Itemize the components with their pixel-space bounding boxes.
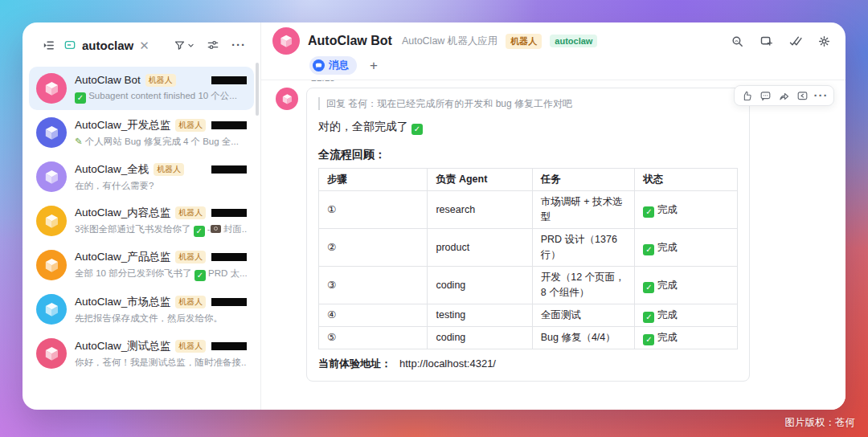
section-title: 全流程回顾： (318, 146, 738, 162)
chat-name: AutoClaw Bot (75, 74, 141, 86)
cell-task: 市场调研 + 技术选型 (532, 191, 635, 229)
cell-status: ✓ 完成 (635, 191, 738, 229)
tab-add-icon[interactable] (760, 35, 773, 48)
cell-step: ① (319, 191, 428, 229)
experience-label: 当前体验地址： (318, 357, 391, 370)
chat-name: AutoClaw_市场总监 (75, 295, 170, 309)
chat-name: AutoClaw_测试总监 (75, 339, 170, 353)
copyright-text: 图片版权：苍何 (785, 416, 856, 430)
chat-name: AutoClaw_内容总监 (75, 206, 170, 220)
redacted-timestamp (211, 253, 247, 261)
cell-task: 开发（12 个页面，8 个组件） (532, 267, 635, 304)
chat-name: AutoClaw_产品总监 (75, 250, 170, 264)
redacted-timestamp (211, 342, 247, 350)
cell-task: Bug 修复（4/4） (532, 327, 635, 349)
search-icon[interactable] (731, 35, 744, 48)
chat-body: 21:15 回复 苍何：现在已经完成所有的开发和 bug 修复工作对吧 对的，全… (261, 80, 845, 410)
bot-avatar (36, 206, 67, 236)
redacted-timestamp (211, 209, 247, 217)
forward-icon[interactable] (775, 88, 793, 103)
cell-agent: coding (428, 327, 532, 349)
col-agent: 负责 Agent (428, 169, 532, 191)
bot-badge: 机器人 (175, 206, 206, 219)
chat-header-actions (731, 35, 831, 48)
cell-status: ✓ 完成 (635, 229, 738, 267)
thumbs-up-icon[interactable] (738, 88, 756, 103)
chat-list-item[interactable]: AutoClaw Bot机器人 ✓ Subagent content finis… (29, 67, 254, 110)
bot-avatar[interactable] (272, 27, 300, 55)
chat-list-item[interactable]: AutoClaw_市场总监机器人 先把报告保存成文件，然后发给你。 (29, 288, 254, 331)
table-row: ② product PRD 设计（1376 行） ✓ 完成 (319, 229, 738, 267)
col-status: 状态 (635, 169, 738, 191)
table-row: ① research 市场调研 + 技术选型 ✓ 完成 (319, 191, 738, 229)
bot-badge: 机器人 (506, 34, 542, 49)
bot-avatar[interactable] (276, 88, 298, 110)
redacted-timestamp (211, 121, 247, 129)
redacted-timestamp (211, 298, 247, 306)
bot-badge: 机器人 (154, 163, 184, 176)
bot-avatar (36, 294, 67, 325)
chat-list-item[interactable]: AutoClaw_全栈机器人 在的，有什么需要? (29, 155, 254, 198)
display-settings-icon[interactable] (207, 39, 219, 51)
experience-url[interactable]: http://localhost:4321/ (399, 357, 496, 370)
chat-list-item[interactable]: AutoClaw_开发总监机器人 ✎ 个人网站 Bug 修复完成 4 个 Bug… (29, 111, 254, 154)
comment-icon[interactable] (756, 88, 775, 103)
redacted-timestamp (211, 165, 247, 174)
bot-badge: 机器人 (175, 340, 206, 353)
custom-badge: autoclaw (550, 35, 597, 47)
sidebar-actions: ··· (174, 39, 246, 51)
message-hover-toolbar: ··· (734, 85, 834, 106)
close-icon[interactable]: ✕ (139, 39, 149, 51)
table-row: ③ coding 开发（12 个页面，8 个组件） ✓ 完成 (319, 267, 738, 304)
cell-status: ✓ 完成 (635, 304, 738, 327)
more-icon[interactable]: ··· (812, 88, 830, 103)
chat-list-item[interactable]: AutoClaw_测试总监机器人 你好，苍何！我是测试总监，随时准备接... (29, 332, 254, 375)
add-tab-button[interactable]: + (370, 59, 378, 72)
sidebar: autoclaw ✕ ··· AutoClaw Bot机器人 (23, 22, 261, 410)
bot-avatar (36, 73, 67, 104)
bot-avatar (36, 161, 67, 192)
chat-preview: 3张图全部通过飞书发给你了 ✓ - 封面... (75, 223, 247, 237)
chat-preview: 在的，有什么需要? (75, 180, 247, 192)
search-filter-chip[interactable]: autoclaw ✕ (63, 39, 149, 52)
tab-messages[interactable]: 消息 (309, 56, 357, 75)
gear-icon[interactable] (817, 35, 831, 48)
cell-task: 全面测试 (532, 304, 635, 327)
col-step: 步骤 (319, 169, 428, 191)
sidebar-toggle-icon[interactable] (42, 39, 55, 52)
filter-button[interactable] (174, 39, 194, 51)
table-header-row: 步骤 负责 Agent 任务 状态 (319, 169, 738, 191)
cell-step: ③ (319, 267, 428, 304)
chat-name: AutoClaw_开发总监 (75, 118, 170, 133)
redacted-timestamp (211, 76, 247, 84)
chat-preview: ✎ 个人网站 Bug 修复完成 4 个 Bug 全... (75, 136, 247, 148)
table-row: ④ testing 全面测试 ✓ 完成 (319, 304, 738, 327)
reply-quote[interactable]: 回复 苍何：现在已经完成所有的开发和 bug 修复工作对吧 (318, 97, 738, 110)
chat-tabs: 消息 + (309, 56, 831, 80)
chat-panel: AutoClaw Bot AutoClaw 机器人应用 机器人 autoclaw (261, 22, 845, 410)
topic-icon[interactable] (793, 88, 812, 103)
tab-messages-label: 消息 (329, 59, 349, 72)
chat-list-item[interactable]: AutoClaw_产品总监机器人 全部 10 部分已发到你飞书了 ✓ PRD 太… (29, 243, 254, 287)
chat-preview: 全部 10 部分已发到你飞书了 ✓ PRD 太... (75, 268, 247, 281)
cell-step: ⑤ (319, 327, 428, 349)
chat-preview: 你好，苍何！我是测试总监，随时准备接... (75, 357, 247, 369)
chat-preview: ✓ Subagent content finished 10 个公... (75, 90, 247, 104)
message-tab-icon (313, 59, 325, 71)
workflow-table: 步骤 负责 Agent 任务 状态 ① research 市场调研 + 技术选型… (318, 168, 738, 349)
checkmarks-icon[interactable] (788, 35, 802, 48)
bot-badge: 机器人 (175, 119, 206, 132)
chat-title: AutoClaw Bot (308, 34, 392, 48)
bot-badge: 机器人 (175, 251, 206, 263)
more-icon[interactable]: ··· (231, 41, 246, 49)
tag-icon (63, 39, 76, 51)
experience-address: 当前体验地址：http://localhost:4321/ (318, 357, 738, 371)
chat-list: AutoClaw Bot机器人 ✓ Subagent content finis… (23, 59, 260, 375)
search-query: autoclaw (82, 39, 133, 52)
sidebar-scrollbar[interactable] (256, 63, 259, 116)
cell-status: ✓ 完成 (635, 267, 738, 304)
message-text: 对的，全部完成了 ✓ (318, 118, 738, 135)
cell-agent: research (428, 191, 532, 229)
chat-list-item[interactable]: AutoClaw_内容总监机器人 3张图全部通过飞书发给你了 ✓ - 封面... (29, 199, 254, 243)
col-task: 任务 (532, 169, 635, 191)
